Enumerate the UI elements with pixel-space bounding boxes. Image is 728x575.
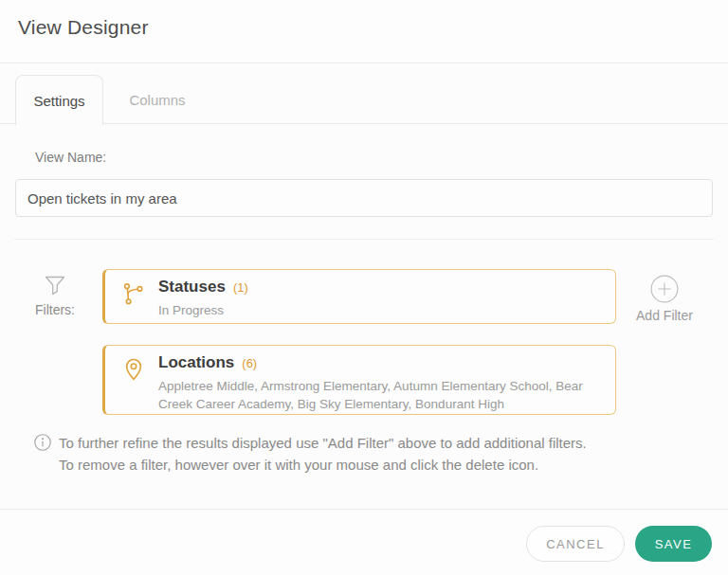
filter-name: Locations — [158, 353, 234, 371]
view-designer-dialog: View Designer Settings Columns View Name… — [0, 0, 728, 575]
page-title: View Designer — [18, 16, 149, 39]
filter-name: Statuses — [158, 278, 226, 296]
filter-summary: Appletree Middle, Armstrong Elementary, … — [158, 377, 608, 413]
filters-section-label: Filters: — [28, 271, 82, 317]
filter-count-badge: (6) — [242, 356, 257, 370]
filter-title: Locations(6) — [158, 353, 257, 372]
filter-count-badge: (1) — [233, 280, 248, 295]
tab-strip: Settings Columns — [0, 63, 728, 124]
cancel-button[interactable]: CANCEL — [526, 526, 625, 562]
info-note-line2: To remove a filter, however over it with… — [59, 454, 696, 476]
view-name-label: View Name: — [35, 150, 106, 165]
tab-columns[interactable]: Columns — [106, 75, 209, 124]
filter-title: Statuses(1) — [158, 278, 248, 296]
info-icon — [34, 434, 51, 451]
tab-columns-label: Columns — [129, 92, 185, 108]
filter-card-statuses[interactable]: Statuses(1) In Progress — [102, 269, 616, 324]
tab-settings-label: Settings — [33, 93, 84, 109]
branch-icon — [121, 281, 146, 306]
save-button[interactable]: SAVE — [635, 526, 712, 562]
filter-summary: In Progress — [158, 301, 224, 319]
dialog-footer: CANCEL SAVE — [0, 509, 728, 575]
map-pin-icon — [121, 357, 146, 382]
funnel-icon — [41, 271, 69, 299]
filters-label: Filters: — [28, 302, 82, 317]
info-note: To further refine the results displayed … — [59, 432, 696, 476]
plus-circle-icon — [650, 275, 679, 303]
tab-settings[interactable]: Settings — [15, 75, 103, 125]
dialog-header: View Designer — [0, 0, 728, 63]
view-name-input[interactable] — [15, 179, 713, 217]
add-filter-button[interactable]: Add Filter — [629, 275, 700, 323]
filter-card-locations[interactable]: Locations(6) Appletree Middle, Armstrong… — [102, 345, 616, 415]
section-divider — [14, 239, 714, 240]
info-note-line1: To further refine the results displayed … — [59, 432, 696, 454]
add-filter-label: Add Filter — [629, 308, 700, 323]
